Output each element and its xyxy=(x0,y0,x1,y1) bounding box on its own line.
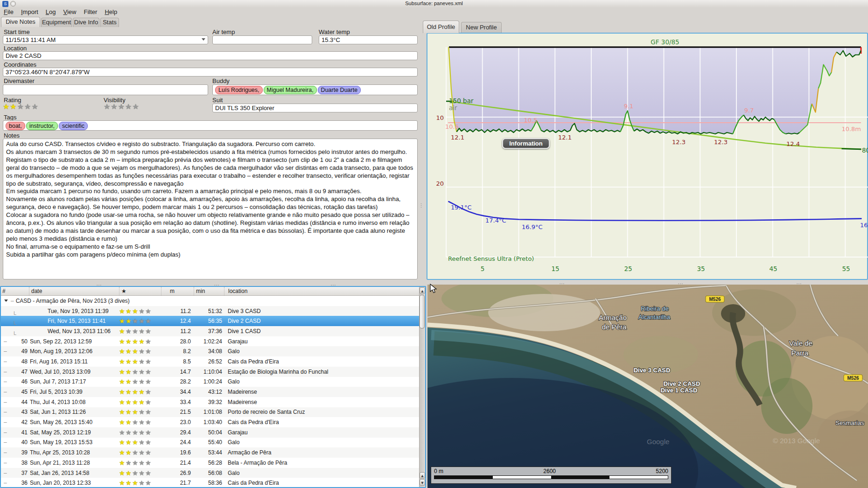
star-icon[interactable]: ★ xyxy=(132,418,139,426)
coordinates-field[interactable]: 37°05'23.460"N 8°20'47.879"W xyxy=(3,68,418,77)
star-icon[interactable]: ★ xyxy=(132,103,139,111)
star-icon[interactable]: ★ xyxy=(145,368,152,376)
star-icon[interactable]: ★ xyxy=(132,328,139,335)
dive-row[interactable]: –46Sun, Jul 7, 2013 17:17★★★★★28.21:00:2… xyxy=(1,377,425,387)
star-icon[interactable]: ★ xyxy=(126,317,132,325)
dive-row[interactable]: –38Sun, Apr 21, 2013 11:28★★★★★21.456:28… xyxy=(1,458,425,468)
star-icon[interactable]: ★ xyxy=(119,317,126,325)
dive-row[interactable]: └Wed, Nov 13, 2013 11:06★★★★★11.237:36Di… xyxy=(1,326,425,336)
scroll-up-icon[interactable]: ▲ xyxy=(420,472,425,479)
air-temp-field[interactable] xyxy=(212,35,312,44)
star-icon[interactable]: ★ xyxy=(139,479,145,487)
star-icon[interactable]: ★ xyxy=(126,449,132,456)
tab-equipment[interactable]: Equipment xyxy=(41,18,72,27)
star-icon[interactable]: ★ xyxy=(132,368,139,376)
dive-row[interactable]: –43Sat, Jun 1, 2013 11:26★★★★★21.51:01:0… xyxy=(1,407,425,418)
dive-row[interactable]: –42Sun, May 26, 2013 15:40★★★★★23.01:03:… xyxy=(1,417,425,427)
star-icon[interactable]: ★ xyxy=(119,378,126,385)
column-header-stars[interactable]: ★ xyxy=(119,287,161,295)
caret-down-icon[interactable] xyxy=(4,300,8,302)
star-icon[interactable]: ★ xyxy=(126,328,132,335)
star-icon[interactable]: ★ xyxy=(126,388,132,396)
tag-chip[interactable]: instructor, xyxy=(26,122,58,130)
star-icon[interactable]: ★ xyxy=(125,103,132,111)
column-header-date[interactable]: date xyxy=(29,287,119,295)
column-header-location[interactable]: location xyxy=(224,287,420,295)
star-icon[interactable]: ★ xyxy=(139,398,145,406)
star-icon[interactable]: ★ xyxy=(119,469,126,477)
star-icon[interactable]: ★ xyxy=(145,449,152,456)
star-icon[interactable]: ★ xyxy=(126,429,132,436)
star-icon[interactable]: ★ xyxy=(126,338,132,345)
star-icon[interactable]: ★ xyxy=(145,307,152,315)
star-icon[interactable]: ★ xyxy=(119,328,126,335)
star-icon[interactable]: ★ xyxy=(145,378,152,385)
star-icon[interactable]: ★ xyxy=(126,408,132,416)
scrollbar-thumb[interactable] xyxy=(420,295,425,328)
star-icon[interactable]: ★ xyxy=(126,398,132,406)
tab-dive-notes[interactable]: Dive Notes xyxy=(1,17,40,27)
star-icon[interactable]: ★ xyxy=(139,348,145,355)
star-icon[interactable]: ★ xyxy=(126,358,132,365)
star-icon[interactable]: ★ xyxy=(139,449,145,456)
menu-file[interactable]: File xyxy=(0,7,17,16)
dive-site-marker-label[interactable]: Dive 3 CASD xyxy=(634,367,671,374)
star-icon[interactable]: ★ xyxy=(132,398,139,406)
star-icon[interactable]: ★ xyxy=(126,459,132,467)
dive-row[interactable]: –47Wed, Jul 10, 2013 13:09★★★★★14.71:10:… xyxy=(1,367,425,377)
star-icon[interactable]: ★ xyxy=(119,429,126,436)
trip-group-row[interactable]: –CASD - Armação de Pêra, Nov 2013 (3 div… xyxy=(1,296,425,306)
star-icon[interactable]: ★ xyxy=(119,439,126,446)
star-icon[interactable]: ★ xyxy=(104,103,111,111)
menu-log[interactable]: Log xyxy=(42,7,60,16)
star-icon[interactable]: ★ xyxy=(132,469,139,477)
dive-site-map[interactable]: Google© 2013 GoogleM526M526M1261Armaçãod… xyxy=(427,285,868,488)
star-icon[interactable]: ★ xyxy=(119,479,126,487)
star-icon[interactable]: ★ xyxy=(132,348,139,355)
star-icon[interactable]: ★ xyxy=(126,418,132,426)
star-icon[interactable]: ★ xyxy=(132,307,139,315)
column-header-min[interactable]: min xyxy=(194,287,224,295)
star-icon[interactable]: ★ xyxy=(132,449,139,456)
dive-site-marker-label[interactable]: Dive 1 CASD xyxy=(661,387,698,394)
location-field[interactable]: Dive 2 CASD xyxy=(3,51,418,60)
dive-row[interactable]: –45Fri, Jul 5, 2013 10:39★★★★★34.443:12M… xyxy=(1,387,425,397)
dive-site-marker-label[interactable]: Dive 2 CASD xyxy=(664,380,700,387)
divemaster-field[interactable] xyxy=(3,84,208,95)
star-icon[interactable]: ★ xyxy=(119,418,126,426)
star-icon[interactable]: ★ xyxy=(139,418,145,426)
star-icon[interactable]: ★ xyxy=(119,338,126,345)
star-icon[interactable]: ★ xyxy=(145,479,152,487)
tag-chip[interactable]: Miguel Madureira, xyxy=(264,86,317,94)
star-icon[interactable]: ★ xyxy=(145,358,152,365)
star-icon[interactable]: ★ xyxy=(132,388,139,396)
tab-stats[interactable]: Stats xyxy=(100,18,119,27)
menu-help[interactable]: Help xyxy=(101,7,121,16)
star-icon[interactable]: ★ xyxy=(132,408,139,416)
visibility-stars[interactable]: ★★★★★ xyxy=(104,102,140,111)
star-icon[interactable]: ★ xyxy=(139,429,145,436)
star-icon[interactable]: ★ xyxy=(145,388,152,396)
dive-row[interactable]: └Fri, Nov 15, 2013 11:41★★★★★12.456:35Di… xyxy=(1,316,425,326)
dive-row[interactable]: └Tue, Nov 19, 2013 11:39★★★★★11.251:32Di… xyxy=(1,306,425,316)
scroll-down-icon[interactable]: ▼ xyxy=(420,479,425,486)
star-icon[interactable]: ★ xyxy=(119,459,126,467)
star-icon[interactable]: ★ xyxy=(126,368,132,376)
scroll-up-icon[interactable]: ▲ xyxy=(420,287,425,294)
star-icon[interactable]: ★ xyxy=(119,307,126,315)
dive-row[interactable]: –36Sun, Jan 20, 2013 12:33★★★★★21.758:36… xyxy=(1,478,425,488)
water-temp-field[interactable]: 15.3°C xyxy=(319,35,418,44)
star-icon[interactable]: ★ xyxy=(145,317,152,325)
information-button[interactable]: Information xyxy=(502,138,550,149)
star-icon[interactable]: ★ xyxy=(126,479,132,487)
star-icon[interactable]: ★ xyxy=(139,378,145,385)
dive-row[interactable]: –50Sun, Sep 22, 2013 12:59★★★★★28.01:02:… xyxy=(1,336,425,347)
star-icon[interactable]: ★ xyxy=(126,439,132,446)
star-icon[interactable]: ★ xyxy=(145,418,152,426)
tag-chip[interactable]: scientific xyxy=(59,122,88,130)
tag-chip[interactable]: boat, xyxy=(6,122,25,130)
pane-splitter-handle[interactable]: ⋮ xyxy=(419,204,421,206)
star-icon[interactable]: ★ xyxy=(145,469,152,477)
tag-chip[interactable]: Duarte Duarte xyxy=(318,86,361,94)
star-icon[interactable]: ★ xyxy=(139,317,145,325)
